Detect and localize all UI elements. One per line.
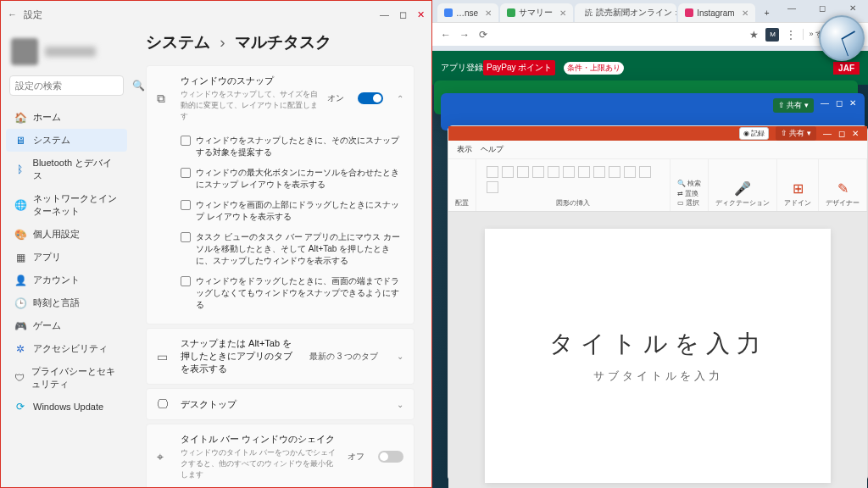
sidebar-item-1[interactable]: 🖥システム (6, 129, 127, 152)
share-button[interactable]: ⇧ 共有 ▾ (773, 98, 814, 113)
toggle-switch[interactable] (378, 451, 403, 463)
sidebar-item-10[interactable]: 🛡プライバシーとセキュリティ (6, 360, 127, 396)
sidebar-item-2[interactable]: ᛒBluetooth とデバイス (6, 152, 127, 187)
back-icon[interactable]: ← (439, 28, 453, 42)
shape-gallery[interactable] (483, 163, 663, 197)
nav-label: アカウント (33, 274, 80, 286)
close-icon[interactable]: ✕ (559, 8, 566, 18)
record-button[interactable]: ◉ 記録 (739, 127, 769, 140)
slide-canvas[interactable]: タイトルを入力 サブタイトルを入力 (448, 212, 867, 488)
nav-icon: ✲ (14, 343, 26, 355)
chevron-down-icon[interactable]: ⌄ (397, 352, 403, 361)
snap-option[interactable]: ウィンドウを画面の上部にドラッグしたときにスナップ レイアウトを表示する (181, 195, 403, 227)
sidebar-item-0[interactable]: 🏠ホーム (6, 106, 127, 129)
extension-icon[interactable]: M (765, 28, 779, 42)
toggle-switch[interactable] (358, 92, 383, 104)
breadcrumb-parent[interactable]: システム (146, 33, 210, 51)
nav-icon: ⟳ (14, 401, 26, 413)
checkbox[interactable] (181, 232, 191, 242)
minimize-icon[interactable]: — (821, 98, 829, 113)
extension-icon[interactable]: ⋮ (784, 28, 798, 42)
checkbox[interactable] (181, 276, 191, 286)
back-icon[interactable]: ← (8, 9, 17, 19)
ribbon-tab[interactable]: 表示 (457, 144, 472, 155)
snap-option[interactable]: タスク ビューのタスク バー アプリの上にマウス カーソルを移動したとき、そして… (181, 227, 403, 271)
sidebar-item-6[interactable]: 👤アカウント (6, 269, 127, 291)
chevron-up-icon[interactable]: ⌃ (397, 94, 403, 103)
snap-option[interactable]: ウィンドウをスナップしたときに、その次にスナップする対象を提案する (181, 130, 403, 163)
alttab-setting[interactable]: ▭ スナップまたは Alt+Tab を押したときにアプリのタブを表示する 最新の… (146, 328, 415, 385)
forward-icon[interactable]: → (458, 28, 471, 42)
browser-tab[interactable]: …nse✕ (437, 3, 498, 22)
close-icon[interactable]: ✕ (417, 9, 425, 20)
close-icon[interactable]: ✕ (485, 8, 492, 18)
nav-label: システム (33, 134, 70, 147)
maximize-icon[interactable]: ◻ (810, 3, 834, 13)
nav-label: ネットワークとインターネット (33, 192, 119, 218)
browser-tab[interactable]: サマリー✕ (500, 3, 573, 22)
maximize-icon[interactable]: ◻ (399, 9, 407, 20)
user-account-block[interactable] (6, 35, 127, 69)
checkbox[interactable] (181, 136, 191, 146)
powerpoint-window[interactable]: ◉ 記録 ⇧ 共有 ▾ — ◻ ✕ 表示 ヘルプ 配置 図形の挿入 🔍 検索⇄ … (448, 125, 868, 481)
slide[interactable]: タイトルを入力 サブタイトルを入力 (485, 229, 832, 483)
powerpoint-titlebar: ◉ 記録 ⇧ 共有 ▾ — ◻ ✕ (448, 126, 867, 141)
sidebar-item-3[interactable]: 🌐ネットワークとインターネット (6, 187, 127, 223)
share-button[interactable]: ⇧ 共有 ▾ (776, 126, 816, 141)
maximize-icon[interactable]: ◻ (838, 129, 845, 138)
slide-subtitle-placeholder[interactable]: サブタイトルを入力 (593, 369, 723, 384)
shake-icon: ⌖ (157, 450, 172, 464)
close-icon[interactable]: ✕ (849, 98, 856, 113)
checkbox[interactable] (181, 168, 191, 178)
browser-tab[interactable]: Instagram✕ (678, 3, 754, 22)
dropdown-value[interactable]: 最新の 3 つのタブ (309, 351, 378, 363)
browser-tab[interactable]: 読読売新聞オンライン：ニュース&✕ (575, 3, 676, 22)
ribbon-group[interactable]: ✎デザイナー (819, 159, 867, 211)
nav-label: プライバシーとセキュリティ (31, 365, 119, 391)
close-icon[interactable]: ✕ (852, 129, 859, 138)
setting-row[interactable]: ⧉ ウィンドウのスナップ ウィンドウをスナップして、サイズを自動的に変更して、レ… (147, 66, 414, 130)
breadcrumb-current: マルチタスク (235, 33, 331, 51)
sidebar-item-5[interactable]: ▦アプリ (6, 246, 127, 269)
ribbon: 配置 図形の挿入 🔍 検索⇄ 置換▭ 選択 🎤ディクテーション ⊞アドイン ✎デ… (448, 159, 867, 212)
desktop-background: — ◻ ✕ …nse✕ サマリー✕ 読読売新聞オンライン：ニュース&✕ Inst… (432, 0, 868, 488)
sidebar-item-11[interactable]: ⟳Windows Update (6, 396, 127, 418)
snap-option[interactable]: ウィンドウをドラッグしたときに、画面の端までドラッグしなくてもウィンドウをスナッ… (181, 271, 403, 315)
new-tab-button[interactable]: + (757, 3, 777, 22)
nav-label: アプリ (33, 251, 61, 263)
ribbon-tab[interactable]: ヘルプ (481, 144, 504, 155)
extension-icon[interactable]: ★ (747, 28, 760, 42)
settings-search[interactable]: 🔍 (9, 75, 124, 96)
close-icon[interactable]: ✕ (742, 8, 748, 18)
slide-title-placeholder[interactable]: タイトルを入力 (549, 328, 767, 360)
nav-icon: ᛒ (14, 164, 26, 175)
minimize-icon[interactable]: — (823, 129, 832, 138)
browser-window-controls[interactable]: — ◻ ✕ (780, 3, 865, 13)
sidebar-item-8[interactable]: 🎮ゲーム (6, 314, 127, 337)
ribbon-group: 🔍 検索⇄ 置換▭ 選択 (670, 159, 709, 211)
nav-label: Bluetooth とデバイス (33, 157, 119, 182)
search-input[interactable] (15, 80, 132, 91)
chevron-down-icon[interactable]: ⌄ (397, 400, 403, 409)
option-label: ウィンドウの最大化ボタンにカーソルを合わせたときにスナップ レイアウトを表示する (196, 167, 403, 191)
appli-badge: アプリ登録 (441, 62, 483, 74)
sidebar-item-7[interactable]: 🕒時刻と言語 (6, 291, 127, 314)
sidebar-item-4[interactable]: 🎨個人用設定 (6, 223, 127, 246)
browser-toolbar: ← → ⟳ ★ M ⋮ » すべてのブッ (432, 22, 868, 46)
close-icon[interactable]: ✕ (841, 3, 865, 13)
sidebar-item-9[interactable]: ✲アクセシビリティ (6, 337, 127, 360)
ribbon-group[interactable]: 🎤ディクテーション (709, 159, 777, 211)
shake-setting[interactable]: ⌖ タイトル バー ウィンドウのシェイク ウィンドウのタイトル バーをつかんでシ… (146, 424, 415, 487)
reload-icon[interactable]: ⟳ (476, 28, 490, 42)
user-name (45, 47, 96, 57)
desktop-clock-gadget[interactable] (819, 15, 865, 61)
ribbon-group[interactable]: ⊞アドイン (777, 159, 819, 211)
desktop-setting[interactable]: 🖵 デスクトップ ⌄ (146, 388, 415, 420)
minimize-icon[interactable]: — (780, 3, 804, 13)
checkbox[interactable] (181, 200, 191, 210)
nav-icon: 🎮 (14, 320, 26, 332)
minimize-icon[interactable]: — (380, 9, 389, 20)
snap-option[interactable]: ウィンドウの最大化ボタンにカーソルを合わせたときにスナップ レイアウトを表示する (181, 163, 403, 195)
maximize-icon[interactable]: ◻ (836, 98, 843, 113)
setting-description: ウィンドウをスナップして、サイズを自動的に変更して、レイアウトに配置します (181, 89, 319, 122)
